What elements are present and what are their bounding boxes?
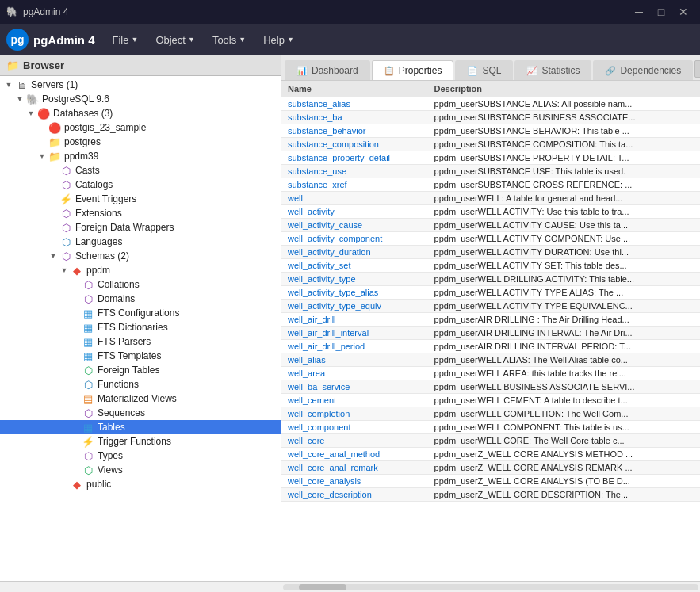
tree-toggle[interactable]	[48, 252, 59, 260]
tab-properties[interactable]: 📋Properties	[372, 60, 454, 80]
tree-node-postgis[interactable]: 🔴postgis_23_sample	[0, 120, 281, 135]
tree-node-postgres[interactable]: 📁postgres	[0, 135, 281, 149]
tree-node-languages[interactable]: ⬡Languages	[0, 235, 281, 249]
horizontal-scrollbar[interactable]	[281, 581, 700, 592]
table-row[interactable]: well_aliasppdm_userWELL ALIAS: The Well …	[281, 353, 700, 367]
tree-node-schemas[interactable]: ⬡Schemas (2)	[0, 249, 281, 263]
tree-node-pg96[interactable]: 🐘PostgreSQL 9.6	[0, 92, 281, 106]
tree-node-domains[interactable]: ⬡Domains	[0, 292, 281, 306]
browser-tree[interactable]: 🖥Servers (1)🐘PostgreSQL 9.6🔴Databases (3…	[0, 76, 281, 581]
table-row[interactable]: well_completionppdm_userWELL COMPLETION:…	[281, 407, 700, 421]
tree-node-types[interactable]: ⬡Types	[0, 449, 281, 463]
table-row[interactable]: substance_compositionppdm_userSUBSTANCE …	[281, 138, 700, 151]
tree-node-fts_conf[interactable]: ▦FTS Configurations	[0, 306, 281, 320]
table-row[interactable]: substance_bappdm_userSUBSTANCE BUSINESS …	[281, 111, 700, 124]
table-row[interactable]: well_ba_serviceppdm_userWELL BUSINESS AS…	[281, 380, 700, 394]
tree-toggle[interactable]	[25, 109, 36, 117]
table-row[interactable]: substance_behaviorppdm_userSUBSTANCE BEH…	[281, 124, 700, 138]
tree-node-tables[interactable]: ▦Tables	[0, 420, 281, 434]
tree-node-fts_parsers[interactable]: ▦FTS Parsers	[0, 334, 281, 349]
tree-node-mat_views[interactable]: ▤Materialized Views	[0, 391, 281, 406]
node-icon-schemas: ⬡	[59, 250, 73, 262]
properties-table[interactable]: Name Description substance_aliasppdm_use…	[281, 81, 700, 581]
minimize-button[interactable]: ─	[629, 4, 649, 20]
tab-dashboard[interactable]: 📊Dashboard	[285, 60, 370, 80]
close-button[interactable]: ✕	[673, 4, 694, 20]
tree-toggle[interactable]	[36, 152, 48, 160]
menu-tools[interactable]: Tools ▼	[205, 31, 254, 49]
cell-name: substance_behavior	[281, 124, 428, 138]
tab-navigation[interactable]: ◀ ▶	[694, 60, 700, 80]
table-row[interactable]: substance_aliasppdm_userSUBSTANCE ALIAS:…	[281, 97, 700, 111]
node-icon-views: ⬡	[81, 464, 95, 476]
tree-horizontal-scrollbar[interactable]	[0, 581, 281, 592]
tab-bar: 📊Dashboard📋Properties📄SQL📈Statistics🔗Dep…	[281, 55, 700, 81]
table-row[interactable]: well_areappdm_userWELL AREA: this table …	[281, 367, 700, 380]
table-row[interactable]: well_activity_durationppdm_userWELL ACTI…	[281, 246, 700, 259]
tree-node-fdw[interactable]: ⬡Foreign Data Wrappers	[0, 220, 281, 235]
table-row[interactable]: well_core_anal_methodppdm_userZ_WELL COR…	[281, 448, 700, 461]
menu-object[interactable]: Object ▼	[147, 31, 203, 49]
table-row[interactable]: well_componentppdm_userWELL COMPONENT: T…	[281, 421, 700, 434]
cell-desc: ppdm_userWELL ALIAS: The Well Alias tabl…	[428, 353, 700, 367]
tree-node-public_schema[interactable]: ◆public	[0, 477, 281, 491]
tree-node-views[interactable]: ⬡Views	[0, 463, 281, 477]
tree-node-fts_dict[interactable]: ▦FTS Dictionaries	[0, 320, 281, 334]
tree-toggle[interactable]	[3, 81, 14, 89]
table-row[interactable]: well_coreppdm_userWELL CORE: The Well Co…	[281, 434, 700, 448]
scrollbar-thumb[interactable]	[299, 584, 346, 590]
table-row[interactable]: substance_xrefppdm_userSUBSTANCE CROSS R…	[281, 178, 700, 192]
table-row[interactable]: well_activity_componentppdm_userWELL ACT…	[281, 232, 700, 246]
node-label: Sequences	[98, 407, 145, 418]
node-icon-sequences: ⬡	[81, 407, 95, 419]
table-row[interactable]: well_activity_causeppdm_userWELL ACTIVIT…	[281, 219, 700, 232]
tree-node-foreign_tables[interactable]: ⬡Foreign Tables	[0, 363, 281, 377]
tab-dependencies[interactable]: 🔗Dependencies	[593, 60, 693, 80]
tree-node-ppdm39[interactable]: 📁ppdm39	[0, 149, 281, 163]
tree-node-trigger_funcs[interactable]: ⚡Trigger Functions	[0, 434, 281, 449]
table-row[interactable]: substance_useppdm_userSUBSTANCE USE: Thi…	[281, 165, 700, 178]
table-row[interactable]: well_air_drillppdm_userAIR DRILLING : Th…	[281, 313, 700, 327]
table-row[interactable]: well_activity_type_equivppdm_userWELL AC…	[281, 300, 700, 313]
tab-prev-button[interactable]: ◀	[694, 60, 700, 78]
tree-node-catalogs[interactable]: ⬡Catalogs	[0, 178, 281, 192]
table-row[interactable]: wellppdm_userWELL: A table for general a…	[281, 192, 700, 205]
table-row[interactable]: well_activityppdm_userWELL ACTIVITY: Use…	[281, 205, 700, 219]
tab-icon-sql: 📄	[467, 66, 478, 76]
tab-statistics[interactable]: 📈Statistics	[514, 60, 591, 80]
table-row[interactable]: well_activity_typeppdm_userWELL DRILLING…	[281, 273, 700, 286]
menu-help[interactable]: Help ▼	[255, 31, 302, 49]
tree-node-event_triggers[interactable]: ⚡Event Triggers	[0, 192, 281, 206]
title-controls[interactable]: ─ □ ✕	[629, 4, 694, 20]
table-row[interactable]: well_core_analysisppdm_userZ_WELL CORE A…	[281, 475, 700, 488]
app-title: pgAdmin 4	[23, 6, 68, 17]
table-row[interactable]: substance_property_detailppdm_userSUBSTA…	[281, 151, 700, 165]
table-row[interactable]: well_air_drill_periodppdm_userAIR DRILLI…	[281, 340, 700, 353]
table-row[interactable]: well_activity_type_aliasppdm_userWELL AC…	[281, 286, 700, 300]
menu-file[interactable]: File ▼	[105, 31, 147, 49]
tree-node-functions[interactable]: ⬡Functions	[0, 377, 281, 391]
tree-toggle[interactable]	[59, 266, 70, 274]
tree-node-extensions[interactable]: ⬡Extensions	[0, 206, 281, 220]
col-header-name: Name	[281, 81, 428, 97]
table-row[interactable]: well_cementppdm_userWELL CEMENT: A table…	[281, 394, 700, 407]
table-row[interactable]: well_core_descriptionppdm_userZ_WELL COR…	[281, 488, 700, 502]
maximize-button[interactable]: □	[651, 4, 671, 20]
tree-node-collations[interactable]: ⬡Collations	[0, 277, 281, 292]
tree-node-casts[interactable]: ⬡Casts	[0, 163, 281, 178]
tree-node-fts_templates[interactable]: ▦FTS Templates	[0, 349, 281, 363]
cell-desc: ppdm_userZ_WELL CORE ANALYSIS METHOD ...	[428, 448, 700, 461]
tree-node-ppdm_schema[interactable]: ◆ppdm	[0, 263, 281, 277]
table-row[interactable]: well_core_anal_remarkppdm_userZ_WELL COR…	[281, 461, 700, 475]
tree-toggle[interactable]	[14, 95, 25, 103]
cell-desc: ppdm_userWELL DRILLING ACTIVITY: This ta…	[428, 273, 700, 286]
cell-name: well_activity_component	[281, 232, 428, 246]
cell-name: well_air_drill_period	[281, 340, 428, 353]
tree-node-servers[interactable]: 🖥Servers (1)	[0, 78, 281, 92]
node-label: postgis_23_sample	[64, 122, 146, 133]
tree-node-databases[interactable]: 🔴Databases (3)	[0, 106, 281, 120]
tab-sql[interactable]: 📄SQL	[455, 60, 513, 80]
table-row[interactable]: well_air_drill_intervalppdm_userAIR DRIL…	[281, 327, 700, 340]
tree-node-sequences[interactable]: ⬡Sequences	[0, 406, 281, 420]
table-row[interactable]: well_activity_setppdm_userWELL ACTIVITY …	[281, 259, 700, 273]
